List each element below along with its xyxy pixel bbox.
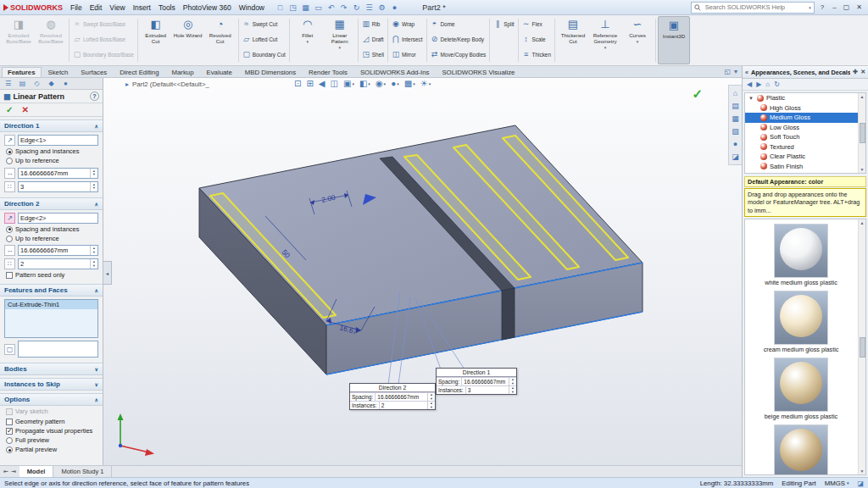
view-orientation-icon[interactable]: ▣▾ <box>343 79 354 88</box>
dropdown-arrow-icon[interactable]: ▾ <box>413 81 415 86</box>
search-dropdown-icon[interactable]: ▾ <box>809 5 811 10</box>
partial-preview-radio[interactable] <box>6 446 13 453</box>
instances-spinner[interactable]: ▴▾ <box>427 402 435 409</box>
bodies-section-header[interactable]: Bodies∨ <box>0 363 103 375</box>
move-copy-bodies-button[interactable]: ⇄Move/Copy Bodies <box>429 47 488 62</box>
swept-cut-button[interactable]: ≈Swept Cut <box>241 16 287 31</box>
help-search-box[interactable]: ▾ <box>691 2 815 14</box>
spacing-spinner[interactable]: ▴▾ <box>427 393 435 401</box>
view-palette-tab[interactable]: ▧ <box>732 127 739 136</box>
previous-view-icon[interactable]: ◀ <box>319 79 326 88</box>
curves-button[interactable]: ∽Curves▾ <box>621 16 654 64</box>
collapse-panel-icon[interactable]: « <box>745 69 748 75</box>
dropdown-arrow-icon[interactable]: ▾ <box>339 45 342 50</box>
open-file-icon[interactable]: ◳ <box>287 2 298 13</box>
design-library-tab[interactable]: ▤ <box>732 102 739 110</box>
configuration-manager-tab[interactable]: ◇ <box>31 80 43 87</box>
view-settings-icon[interactable]: ☀▾ <box>420 79 431 88</box>
dropdown-arrow-icon[interactable]: ▾ <box>352 81 354 86</box>
scrollbar-thumb[interactable] <box>860 123 865 143</box>
intersect-button[interactable]: ⋂Intersect <box>390 31 425 47</box>
dropdown-arrow-icon[interactable]: ▾ <box>604 45 607 50</box>
print-icon[interactable]: ▭ <box>313 2 324 13</box>
status-pane-icon[interactable]: ◪ <box>857 480 864 487</box>
tree-item-soft-touch[interactable]: Soft Touch <box>745 132 865 142</box>
menu-file[interactable]: File <box>67 3 86 13</box>
dimxpert-manager-tab[interactable]: ◆ <box>45 80 58 87</box>
ok-button[interactable]: ✓ <box>6 105 13 114</box>
menu-photoview-360[interactable]: PhotoView 360 <box>180 3 235 13</box>
direction1-reference-field[interactable]: Edge<1> <box>18 135 98 146</box>
scrollbar-thumb[interactable] <box>860 337 865 358</box>
confirmation-corner-ok[interactable]: ✓ <box>692 86 703 102</box>
spin-down-icon[interactable]: ▾ <box>512 391 514 395</box>
unit-system-selector[interactable]: MMGS▾ <box>825 480 849 487</box>
tab-mbd-dimensions[interactable]: MBD Dimensions <box>239 67 302 77</box>
zoom-fit-icon[interactable]: ⊡ <box>294 79 301 88</box>
display-style-icon[interactable]: ◧▾ <box>359 79 370 88</box>
tab-scroll-left-icon[interactable]: ⇤ <box>3 469 8 475</box>
rebuild-icon[interactable]: ↻ <box>351 2 362 13</box>
panel-collapse-handle[interactable]: ◂ <box>103 261 112 285</box>
appearance-ball-icon[interactable]: ● <box>389 2 400 13</box>
menu-window[interactable]: Window <box>236 3 268 13</box>
hole-wizard-button[interactable]: ◎Hole Wizard <box>172 16 204 64</box>
full-preview-radio[interactable] <box>6 437 13 444</box>
search-input[interactable] <box>704 3 806 12</box>
spin-down-icon[interactable]: ▾ <box>93 186 95 191</box>
taskpane-home-icon[interactable]: ⌂ <box>765 80 770 88</box>
section-view-icon[interactable]: ◫ <box>330 79 337 88</box>
pm-help-icon[interactable]: ? <box>90 92 99 101</box>
menu-insert[interactable]: Insert <box>130 3 154 13</box>
ribbon-options-icon[interactable]: ▾ <box>734 68 737 75</box>
tab-motion-study-1[interactable]: Motion Study 1 <box>53 466 112 477</box>
save-icon[interactable]: ▦ <box>300 2 311 13</box>
instances-to-skip-section-header[interactable]: Instances to Skip∨ <box>0 378 103 391</box>
propagate-visual-properties-checkbox[interactable] <box>6 428 13 435</box>
thumbnail-tile[interactable] <box>774 424 828 475</box>
revolved-boss-base-button[interactable]: ◍Revolved Boss/Base <box>35 16 67 64</box>
dropdown-arrow-icon[interactable]: ▾ <box>397 81 399 86</box>
tab-direct-editing[interactable]: Direct Editing <box>114 67 164 77</box>
tab-render-tools[interactable]: Render Tools <box>303 67 353 77</box>
taskpane-forward-icon[interactable]: ▶ <box>756 80 761 88</box>
menu-view[interactable]: View <box>106 3 128 13</box>
flex-button[interactable]: ∼Flex <box>520 16 553 31</box>
tree-item-high-gloss[interactable]: High Gloss <box>745 103 865 114</box>
extruded-boss-base-button[interactable]: ◨Extruded Boss/Base <box>3 16 35 64</box>
spin-down-icon[interactable]: ▾ <box>93 264 95 269</box>
menu-tools[interactable]: Tools <box>155 3 179 13</box>
direction2-instances-input[interactable]: 2▴▾ <box>18 258 98 269</box>
spacing-spinner[interactable]: ▴▾ <box>90 169 97 178</box>
taskpane-refresh-icon[interactable]: ↻ <box>774 80 780 88</box>
cancel-button[interactable]: ✕ <box>21 105 28 114</box>
extruded-cut-button[interactable]: ◧Extruded Cut <box>140 16 172 64</box>
tab-markup[interactable]: Markup <box>166 67 200 77</box>
direction1-instances-input[interactable]: 3 <box>465 386 509 394</box>
scroll-down-icon[interactable]: ▼ <box>860 167 865 172</box>
file-explorer-tab[interactable]: ▦ <box>732 114 739 123</box>
thickened-cut-button[interactable]: ▤Thickened Cut <box>557 16 589 64</box>
feature-tree-flyout[interactable]: ▸ Part2 (Default<<Default>_ <box>125 80 209 88</box>
tab-evaluate[interactable]: Evaluate <box>201 67 238 77</box>
instant3d-button[interactable]: ▣Instant3D <box>658 16 690 64</box>
dropdown-arrow-icon[interactable]: ▾ <box>384 81 387 86</box>
minimize-button[interactable]: – <box>830 3 838 11</box>
tab-model[interactable]: Model <box>19 466 54 477</box>
tab-scroll-right-icon[interactable]: ⇥ <box>11 469 16 475</box>
wrap-button[interactable]: ◉Wrap <box>390 16 425 31</box>
spacing-spinner[interactable]: ▴▾ <box>90 246 97 255</box>
undo-icon[interactable]: ↶ <box>326 2 337 13</box>
dropdown-arrow-icon[interactable]: ▾ <box>637 39 639 44</box>
appearances-tree[interactable]: ▼PlasticHigh GlossMedium GlossLow GlossS… <box>744 92 866 174</box>
spin-down-icon[interactable]: ▾ <box>93 173 95 177</box>
zoom-area-icon[interactable]: ⊞ <box>306 79 313 88</box>
spacing-spinner[interactable]: ▴▾ <box>509 378 516 385</box>
spin-down-icon[interactable]: ▾ <box>431 406 432 410</box>
swept-boss-base-button[interactable]: ≈Swept Boss/Base <box>71 16 136 31</box>
edit-appearance-icon[interactable]: ●▾ <box>391 79 399 88</box>
restore-button[interactable]: ▢ <box>841 3 853 11</box>
direction2-spacing-input[interactable]: 16.66666667mm▴▾ <box>18 245 98 256</box>
mirror-button[interactable]: ◫Mirror <box>390 47 425 62</box>
features-to-pattern-list[interactable]: Cut-Extrude-Thin1 <box>4 299 98 338</box>
